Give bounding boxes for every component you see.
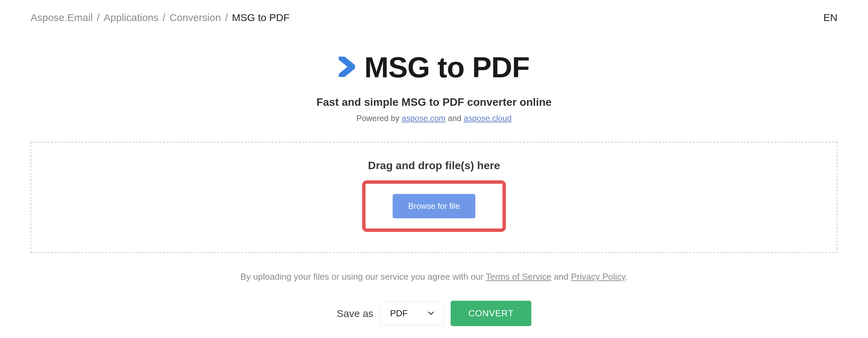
dropzone-instruction: Drag and drop file(s) here [38, 159, 830, 172]
terms-of-service-link[interactable]: Terms of Service [486, 272, 552, 282]
breadcrumb-separator: / [225, 12, 228, 23]
aspose-cloud-link[interactable]: aspose.cloud [463, 114, 511, 123]
breadcrumb-current: MSG to PDF [232, 12, 290, 23]
format-select-value: PDF [390, 308, 408, 319]
hero: MSG to PDF Fast and simple MSG to PDF co… [0, 51, 868, 123]
breadcrumb: Aspose.Email / Applications / Conversion… [31, 12, 290, 23]
breadcrumb-separator: / [163, 12, 165, 23]
breadcrumb-link-conversion[interactable]: Conversion [170, 12, 221, 23]
powered-by-text: Powered by aspose.com and aspose.cloud [0, 114, 868, 123]
file-dropzone[interactable]: Drag and drop file(s) here Browse for fi… [31, 142, 837, 253]
conversion-controls: Save as PDF CONVERT [0, 301, 868, 326]
format-select[interactable]: PDF [380, 302, 444, 325]
save-as-label: Save as [337, 308, 373, 319]
page-title: MSG to PDF [364, 51, 530, 84]
breadcrumb-separator: / [97, 12, 99, 23]
aspose-com-link[interactable]: aspose.com [402, 114, 446, 123]
browse-file-button[interactable]: Browse for file [393, 194, 475, 218]
privacy-policy-link[interactable]: Privacy Policy [571, 272, 625, 282]
language-selector[interactable]: EN [823, 12, 837, 23]
chevron-right-icon [339, 57, 355, 78]
terms-agreement-text: By uploading your files or using our ser… [0, 272, 868, 282]
breadcrumb-link-aspose-email[interactable]: Aspose.Email [31, 12, 93, 23]
highlight-annotation: Browse for file [362, 180, 506, 232]
chevron-down-icon [428, 311, 434, 317]
breadcrumb-link-applications[interactable]: Applications [104, 12, 159, 23]
convert-button[interactable]: CONVERT [451, 301, 531, 326]
page-subtitle: Fast and simple MSG to PDF converter onl… [0, 96, 868, 108]
